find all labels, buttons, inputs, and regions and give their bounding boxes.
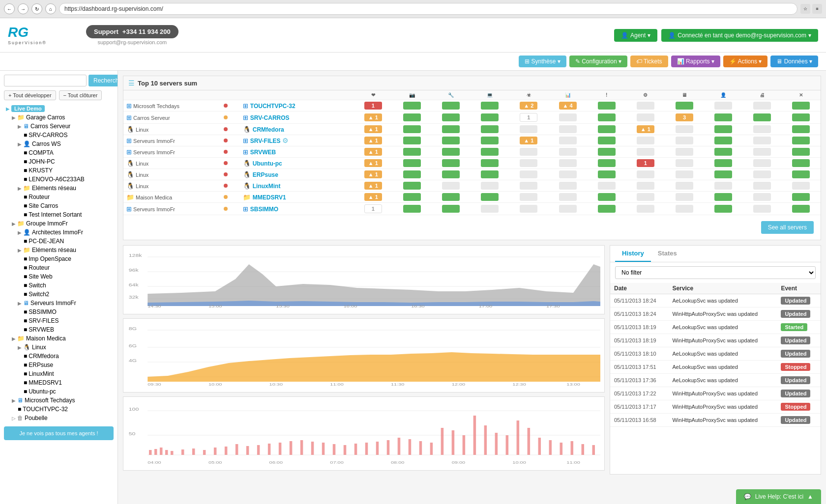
refresh-button[interactable]: ↻ xyxy=(31,3,42,14)
tree-item-john-pc[interactable]: ■ JOHN-PC xyxy=(22,157,114,166)
server-name-link[interactable]: SRV-FILES xyxy=(250,138,281,144)
tree-item-srv-carros[interactable]: ■ SRV-CARROS xyxy=(22,131,114,140)
search-button[interactable]: Recherche xyxy=(88,75,118,86)
tree-item-routeur-2[interactable]: ■ Routeur xyxy=(22,263,114,272)
svg-text:17:30: 17:30 xyxy=(546,304,560,308)
tree-item-architectes[interactable]: ▶ 👤 Architectes ImmoFr xyxy=(16,228,114,237)
tree-item-srv-files[interactable]: ■ SRV-FILES xyxy=(22,316,114,325)
group-cell: ⊞ Serveurs ImmoFr xyxy=(123,203,221,215)
tree-item-linuxmint[interactable]: ■ LinuxMint xyxy=(22,369,114,378)
nav-config[interactable]: ✎ Configuration ▾ xyxy=(569,56,627,67)
status-dot-cell xyxy=(221,100,240,112)
tree-item-sbsimmo[interactable]: ■ SBSIMMO xyxy=(22,308,114,316)
nav-rapports[interactable]: 📊 Rapports ▾ xyxy=(671,56,720,67)
tree-item-garage-carros[interactable]: ▶ 📁 Garage Carros xyxy=(10,113,114,122)
see-all-servers-button[interactable]: See all servers xyxy=(761,221,814,234)
forward-button[interactable]: → xyxy=(18,3,29,14)
status-badge-green xyxy=(792,137,810,144)
url-bar[interactable] xyxy=(59,3,797,15)
tree-item-switch[interactable]: ■ Switch xyxy=(22,281,114,290)
live-help-button[interactable]: 💬 Live Help: C'est ici ▲ xyxy=(736,489,821,504)
status-badge-empty xyxy=(753,193,771,201)
status-badge-empty xyxy=(559,170,577,178)
nav-synthese[interactable]: ⊞ Synthèse ▾ xyxy=(519,56,566,67)
tree-item-imp[interactable]: ■ Imp OpenSpace xyxy=(22,254,114,263)
tree-item-maison-medica[interactable]: ▶ 📁 Maison Medica xyxy=(10,334,114,343)
tree-item-site-carros[interactable]: ■ Site Carros xyxy=(22,201,114,210)
col-gear: ⚙ xyxy=(626,90,665,100)
badge-cell-10 xyxy=(743,169,782,180)
tree-item-groupe-immofr[interactable]: ▶ 📁 Groupe ImmoFr xyxy=(10,219,114,228)
server-name-link[interactable]: MMEDSRV1 xyxy=(253,194,286,201)
nav-actions[interactable]: ⚡ Actions ▾ xyxy=(723,56,767,67)
tree-item-srvweb[interactable]: ■ SRVWEB xyxy=(22,325,114,334)
settings-icon[interactable]: ≡ xyxy=(812,4,822,14)
server-name-link[interactable]: SRVWEB xyxy=(250,149,276,156)
settings-cell-icon[interactable]: ⚙ xyxy=(282,137,289,144)
badge-cell-8 xyxy=(665,158,704,169)
svg-text:16:30: 16:30 xyxy=(411,304,425,308)
support-button[interactable]: Support +334 11 934 200 xyxy=(86,25,178,38)
tree-item-krusty[interactable]: ■ KRUSTY xyxy=(22,166,114,175)
home-button[interactable]: ⌂ xyxy=(45,3,56,14)
col-service: Service xyxy=(668,283,777,294)
tab-history[interactable]: History xyxy=(615,246,651,262)
tree-item-carros-ws[interactable]: ▶ 👤 Carros WS xyxy=(16,140,114,148)
tab-states[interactable]: States xyxy=(651,246,684,262)
tree-item-elements-reseau[interactable]: ▶ 📁 Eléments réseau xyxy=(16,184,114,193)
tree-item-erpsuse[interactable]: ■ ERPsuse xyxy=(22,361,114,369)
status-badge-empty xyxy=(637,148,654,156)
tree-item-ms-techdays[interactable]: ▶ 🖥 Microsoft Techdays xyxy=(10,396,114,405)
svg-rect-68 xyxy=(419,441,422,455)
server-name-link[interactable]: ERPsuse xyxy=(253,171,278,178)
collapse-all-button[interactable]: − Tout clôturer xyxy=(59,90,102,100)
tree-item-lenovo[interactable]: ■ LENOVO-A6C233AB xyxy=(22,175,114,184)
tree-item-elements-reseau-2[interactable]: ▶ 📁 Eléments réseau xyxy=(16,246,114,254)
server-table-row: 📁 Maison Medica 📁 MMEDSRV1 ▲ 1 xyxy=(123,192,821,203)
tree-item-touchtvpc[interactable]: ■ TOUCHTVPC-32 xyxy=(16,405,114,414)
not-visible-banner[interactable]: Je ne vois pas tous mes agents ! xyxy=(4,426,114,440)
svg-text:15:00: 15:00 xyxy=(208,304,222,308)
status-badge-green xyxy=(481,125,499,133)
tree-item-ubuntu-pc[interactable]: ■ Ubuntu-pc xyxy=(22,387,114,396)
tree-item-linux[interactable]: ▶ 🐧 Linux xyxy=(16,343,114,352)
tree-item-compta[interactable]: ■ COMPTA xyxy=(22,148,114,157)
server-name-link[interactable]: CRMfedora xyxy=(253,126,284,133)
server-name-link[interactable]: TOUCHTVPC-32 xyxy=(250,103,295,110)
agent-button[interactable]: 👤 Agent ▾ xyxy=(614,29,657,42)
server-name-link[interactable]: SRV-CARROS xyxy=(250,114,290,121)
bookmark-icon[interactable]: ☆ xyxy=(800,4,810,14)
badge-cell-2 xyxy=(432,158,471,169)
nav-tickets[interactable]: 🏷 Tickets xyxy=(630,56,668,67)
server-name-link[interactable]: SBSIMMO xyxy=(250,206,278,213)
tree-item-site-web[interactable]: ■ Site Web xyxy=(22,272,114,281)
connected-button[interactable]: 👤 Connecté en tant que demo@rg-supervisi… xyxy=(661,29,818,42)
badge-cell-6 xyxy=(587,180,626,192)
server-linux-icon: 🐧 xyxy=(243,126,251,133)
nav-donnees[interactable]: 🖥 Données ▾ xyxy=(770,56,818,67)
tree-item-serveurs-immofr[interactable]: ▶ 🖥 Serveurs ImmoFr xyxy=(16,299,114,308)
tree-item-switch2[interactable]: ■ Switch2 xyxy=(22,290,114,299)
badge-cell-3 xyxy=(471,100,509,112)
tree-item-crmfedora[interactable]: ■ CRMfedora xyxy=(22,352,114,361)
tree-item-carros-serveur[interactable]: ▶ 🖥 Carros Serveur xyxy=(16,122,114,131)
server-name-link[interactable]: Ubuntu-pc xyxy=(253,160,282,167)
back-button[interactable]: ← xyxy=(4,3,15,14)
tree-item-poubelle[interactable]: ▷ 🗑 Poubelle xyxy=(10,414,114,422)
tree-item-mmedsrv1[interactable]: ■ MMEDSRV1 xyxy=(22,378,114,387)
status-badge-red: 1 xyxy=(364,102,382,110)
badge-cell-10 xyxy=(743,203,782,215)
tree-item-pc-de-jean[interactable]: ■ PC-DE-JEAN xyxy=(22,237,114,246)
status-badge-white: 1 xyxy=(364,204,382,213)
top-servers-title: Top 10 servers sum xyxy=(138,80,197,87)
tree-item-live-demo[interactable]: ▶ Live Demo xyxy=(4,104,114,113)
status-badge-empty xyxy=(714,182,732,190)
badge-cell-4: 1 xyxy=(509,112,548,124)
badge-cell-4 xyxy=(509,158,548,169)
tree-item-test-internet[interactable]: ■ Test Internet Sortant xyxy=(22,210,114,219)
expand-all-button[interactable]: + Tout développer xyxy=(4,90,56,100)
history-filter-select[interactable]: No filter xyxy=(615,266,816,279)
tree-item-routeur[interactable]: ■ Routeur xyxy=(22,193,114,201)
search-input[interactable] xyxy=(4,75,87,86)
server-name-link[interactable]: LinuxMint xyxy=(253,183,281,190)
